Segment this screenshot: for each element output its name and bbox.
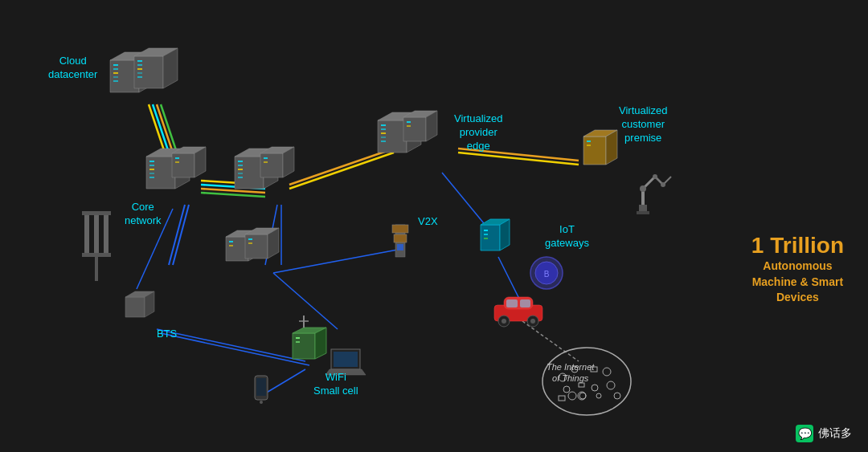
bts-node bbox=[125, 291, 154, 317]
svg-rect-59 bbox=[639, 205, 647, 211]
cloud-datacenter-node bbox=[110, 48, 178, 92]
svg-rect-86 bbox=[296, 337, 300, 339]
svg-rect-95 bbox=[506, 299, 518, 307]
svg-marker-80 bbox=[125, 297, 145, 317]
wechat-icon: 💬 bbox=[796, 425, 813, 442]
svg-point-58 bbox=[661, 182, 665, 187]
iot-gateway-node bbox=[481, 219, 510, 250]
svg-rect-74 bbox=[94, 213, 99, 253]
svg-marker-83 bbox=[293, 333, 315, 359]
svg-point-103 bbox=[260, 401, 263, 404]
svg-point-99 bbox=[502, 319, 506, 324]
svg-marker-85 bbox=[315, 328, 326, 359]
svg-rect-87 bbox=[296, 341, 300, 343]
svg-rect-51 bbox=[587, 145, 591, 146]
svg-rect-75 bbox=[84, 213, 89, 253]
svg-rect-62 bbox=[392, 225, 408, 233]
svg-marker-65 bbox=[481, 225, 500, 250]
svg-point-56 bbox=[640, 185, 646, 192]
svg-marker-67 bbox=[500, 219, 510, 250]
trillion-subtitle: AutonomousMachine & SmartDevices bbox=[751, 259, 844, 306]
svg-marker-92 bbox=[326, 369, 366, 375]
svg-rect-76 bbox=[104, 213, 108, 253]
svg-rect-50 bbox=[587, 140, 591, 142]
svg-point-100 bbox=[530, 319, 535, 324]
svg-rect-64 bbox=[397, 244, 403, 250]
trillion-number: 1 Trillion bbox=[751, 233, 844, 259]
svg-rect-96 bbox=[520, 299, 530, 307]
trillion-section: 1 Trillion AutonomousMachine & SmartDevi… bbox=[751, 233, 844, 306]
smartphone-node bbox=[255, 376, 268, 404]
iot-disc-node: B bbox=[530, 257, 563, 289]
svg-point-57 bbox=[653, 174, 657, 179]
network-svg: B bbox=[0, 0, 868, 452]
lower-server-node bbox=[226, 228, 279, 261]
svg-text:B: B bbox=[544, 270, 550, 279]
svg-rect-77 bbox=[82, 211, 111, 215]
svg-rect-102 bbox=[256, 378, 266, 396]
svg-rect-60 bbox=[637, 211, 649, 214]
svg-rect-69 bbox=[484, 234, 488, 235]
svg-rect-91 bbox=[334, 352, 358, 367]
laptop-node bbox=[326, 349, 366, 375]
virt-customer-premise-node bbox=[583, 130, 617, 165]
watermark-text: 佛话多 bbox=[818, 426, 852, 441]
svg-rect-79 bbox=[95, 253, 98, 281]
svg-rect-63 bbox=[394, 234, 407, 242]
watermark-section: 💬 佛话多 bbox=[796, 425, 852, 442]
svg-rect-68 bbox=[484, 230, 488, 231]
main-diagram: B bbox=[0, 0, 868, 452]
svg-rect-70 bbox=[484, 238, 488, 239]
